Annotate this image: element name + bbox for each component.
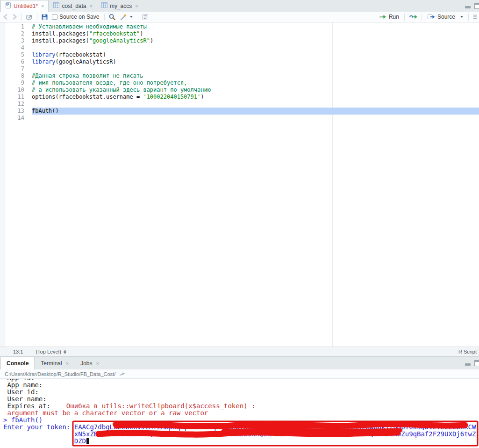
token-line-3: DZD	[74, 438, 477, 445]
line-number: 10	[0, 87, 29, 94]
line-number: 6	[0, 58, 29, 65]
scope-label: (Top Level)	[36, 349, 61, 354]
close-tab-icon[interactable]: ×	[135, 3, 138, 9]
code-area[interactable]: # Устанавливаем необходимые пакетыinstal…	[32, 22, 479, 122]
minimize-pane-icon[interactable]	[465, 3, 471, 9]
line-number: 11	[0, 94, 29, 101]
token-line-2: xN5xZBZcA0ZA0ZEB9KAQZcA0ZA0ZEB9KAQZcA0ZA…	[74, 431, 477, 438]
code-line-4[interactable]	[32, 44, 479, 51]
source-on-save-toggle[interactable]: Source on Save	[50, 13, 100, 21]
close-tab-icon[interactable]: ×	[66, 361, 69, 366]
access-token-text: EAACg7dbgLXZcbxXVJZHfZABpkqwpukZBwBqkTZB…	[74, 424, 477, 445]
tab-my-accs[interactable]: my_accs ×	[97, 0, 143, 12]
open-in-new-window-icon[interactable]	[26, 14, 33, 20]
code-line-11[interactable]: options(rfacebookstat.username = '100022…	[32, 94, 479, 101]
scope-arrows-icon	[64, 350, 66, 354]
line-number: 1	[0, 23, 29, 30]
compile-report-icon[interactable]	[142, 14, 149, 21]
goto-directory-icon[interactable]	[119, 371, 126, 376]
token-prompt-row: Enter your token: EAACg7dbgLXZcbxXVJZHfZ…	[3, 424, 479, 445]
toolbar-separator	[404, 14, 405, 21]
run-icon	[379, 14, 387, 20]
console-pane-controls	[465, 357, 479, 369]
tab-cost-data[interactable]: cost_data ×	[49, 0, 96, 12]
close-tab-icon[interactable]: ×	[90, 3, 93, 9]
toolbar-separator	[422, 14, 422, 21]
tab-console[interactable]: Console	[0, 357, 35, 369]
code-line-9[interactable]: # имя пользователя везде, где оно потреб…	[32, 79, 479, 87]
save-icon[interactable]	[41, 14, 48, 21]
line-number: 2	[0, 30, 29, 37]
tab-label: cost_data	[62, 3, 86, 9]
line-number: 8	[0, 72, 29, 79]
line-number: 9	[0, 79, 29, 87]
source-tabbar: R Untitled1* × cost_data × my_accs ×	[0, 0, 479, 12]
svg-text:R: R	[7, 3, 8, 6]
source-pane-controls	[465, 0, 479, 12]
search-icon[interactable]	[108, 14, 116, 21]
run-button[interactable]: Run	[378, 13, 400, 21]
toolbar-separator	[104, 14, 105, 21]
code-line-2[interactable]: install.packages("rfacebookstat")	[32, 30, 479, 37]
toolbar-separator	[468, 14, 469, 21]
code-line-8[interactable]: #Данная строка позволит не писать	[32, 72, 479, 79]
source-toolbar: Source on Save Run Source	[0, 12, 479, 22]
code-tools-button[interactable]	[118, 13, 134, 21]
text-cursor	[86, 438, 89, 444]
toolbar-separator	[21, 14, 22, 21]
source-pane: R Untitled1* × cost_data × my_accs ×	[0, 0, 479, 356]
run-label: Run	[389, 14, 399, 20]
editor-statusbar: 13:1 (Top Level) R Script	[0, 347, 479, 356]
r-script-icon: R	[5, 2, 11, 10]
console-tabbar: Console Terminal × Jobs ×	[0, 357, 479, 369]
scope-selector[interactable]: (Top Level)	[36, 349, 66, 354]
chevron-down-icon	[460, 16, 463, 18]
source-label: Source	[437, 14, 455, 20]
code-line-6[interactable]: library(googleAnalyticsR)	[32, 58, 479, 65]
code-line-5[interactable]: library(rfacebookstat)	[32, 51, 479, 58]
line-number: 12	[0, 101, 29, 108]
working-directory-bar: C:/Users/kirar/Desktop/R_Studio/FB_Data_…	[0, 369, 479, 379]
code-line-7[interactable]	[32, 65, 479, 72]
rerun-icon[interactable]	[408, 14, 418, 20]
tab-terminal[interactable]: Terminal ×	[35, 357, 74, 369]
table-icon	[53, 2, 59, 9]
tab-untitled1[interactable]: R Untitled1* ×	[0, 0, 49, 12]
console-line: Expires at: Ошибка в utils::writeClipboa…	[3, 403, 479, 410]
code-line-10[interactable]: # а использовать указанный здесь вариант…	[32, 87, 479, 94]
tab-jobs[interactable]: Jobs ×	[75, 357, 105, 369]
file-type-selector[interactable]: R Script	[458, 349, 477, 354]
line-number: 13	[0, 108, 29, 115]
code-line-14[interactable]	[32, 115, 479, 122]
tab-label: Terminal	[41, 360, 62, 367]
console-output[interactable]: App id: App name: User id: User name: Ex…	[0, 379, 479, 448]
forward-icon[interactable]	[11, 14, 18, 20]
code-line-1[interactable]: # Устанавливаем необходимые пакеты	[32, 23, 479, 30]
close-tab-icon[interactable]: ×	[41, 3, 44, 9]
document-outline-icon[interactable]	[472, 14, 477, 20]
console-line: User name:	[3, 396, 479, 403]
code-line-12[interactable]	[32, 101, 479, 108]
token-prompt: Enter your token:	[3, 424, 74, 431]
cursor-position: 13:1	[13, 349, 23, 354]
code-editor[interactable]: 1234567891011121314 # Устанавливаем необ…	[0, 22, 479, 347]
maximize-pane-icon[interactable]	[474, 360, 479, 366]
console-pane: Console Terminal × Jobs × C:/Users/kirar…	[0, 356, 479, 448]
code-line-13[interactable]: fbAuth()	[32, 108, 479, 115]
source-button[interactable]: Source	[426, 13, 465, 21]
console-line: > fbAuth()	[3, 417, 479, 424]
console-lines: App id: App name: User id: User name: Ex…	[3, 379, 479, 424]
close-tab-icon[interactable]: ×	[96, 361, 99, 366]
source-on-save-checkbox[interactable]	[52, 14, 57, 20]
rstudio-window: R Untitled1* × cost_data × my_accs ×	[0, 0, 479, 448]
console-line: argument must be a character vector or a…	[3, 410, 479, 417]
back-icon[interactable]	[2, 14, 9, 20]
maximize-pane-icon[interactable]	[474, 3, 479, 9]
tab-label: my_accs	[110, 3, 132, 9]
code-line-3[interactable]: install.packages("googleAnalyticsR")	[32, 37, 479, 44]
table-icon	[101, 2, 107, 9]
line-number: 4	[0, 44, 29, 51]
line-number: 7	[0, 65, 29, 72]
minimize-pane-icon[interactable]	[465, 361, 471, 366]
tab-label: Untitled1*	[14, 3, 38, 9]
